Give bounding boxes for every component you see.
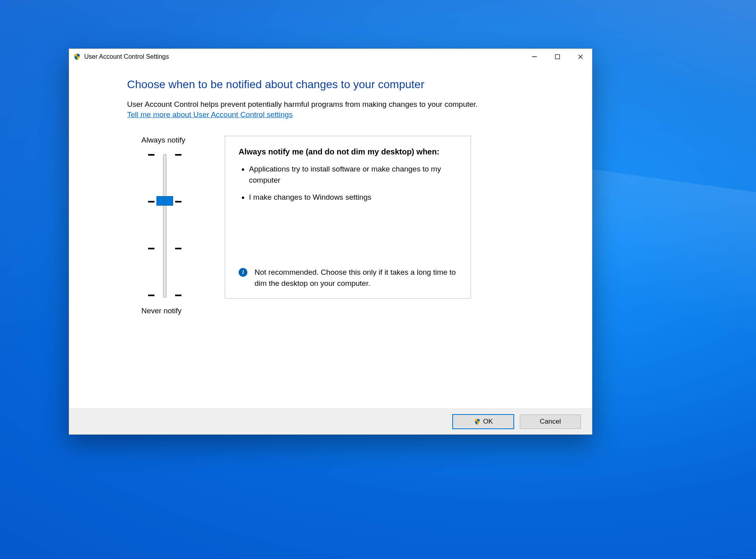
shield-icon xyxy=(474,418,481,425)
notification-slider: Always notify Never notify xyxy=(127,136,202,315)
slider-label-never: Never notify xyxy=(141,306,181,315)
panel-bullet-list: Applications try to install software or … xyxy=(249,164,457,209)
page-heading: Choose when to be notified about changes… xyxy=(127,78,567,91)
slider-track[interactable] xyxy=(148,154,181,297)
cancel-button-label: Cancel xyxy=(540,418,561,426)
help-link[interactable]: Tell me more about User Account Control … xyxy=(127,110,293,119)
maximize-button[interactable] xyxy=(546,49,569,65)
info-icon: i xyxy=(239,268,247,277)
ok-button[interactable]: OK xyxy=(452,414,514,429)
panel-note-text: Not recommended. Choose this only if it … xyxy=(255,267,457,289)
titlebar[interactable]: User Account Control Settings xyxy=(69,49,592,65)
button-bar: OK Cancel xyxy=(69,409,592,434)
content-area: Choose when to be notified about changes… xyxy=(69,65,592,409)
minimize-button[interactable] xyxy=(523,49,546,65)
panel-title: Always notify me (and do not dim my desk… xyxy=(239,147,457,156)
window-title: User Account Control Settings xyxy=(84,53,169,60)
svg-rect-1 xyxy=(555,55,560,59)
cancel-button[interactable]: Cancel xyxy=(520,414,581,429)
uac-settings-window: User Account Control Settings Choose whe… xyxy=(69,48,592,435)
notification-info-panel: Always notify me (and do not dim my desk… xyxy=(225,136,471,299)
panel-bullet: I make changes to Windows settings xyxy=(249,192,457,203)
slider-thumb[interactable] xyxy=(156,196,173,206)
panel-bullet: Applications try to install software or … xyxy=(249,164,457,186)
close-button[interactable] xyxy=(569,49,592,65)
panel-note: i Not recommended. Choose this only if i… xyxy=(239,255,457,289)
svg-rect-0 xyxy=(532,56,537,57)
slider-label-always: Always notify xyxy=(141,136,185,145)
page-description: User Account Control helps prevent poten… xyxy=(127,99,567,110)
shield-icon xyxy=(73,53,81,61)
ok-button-label: OK xyxy=(483,418,493,426)
